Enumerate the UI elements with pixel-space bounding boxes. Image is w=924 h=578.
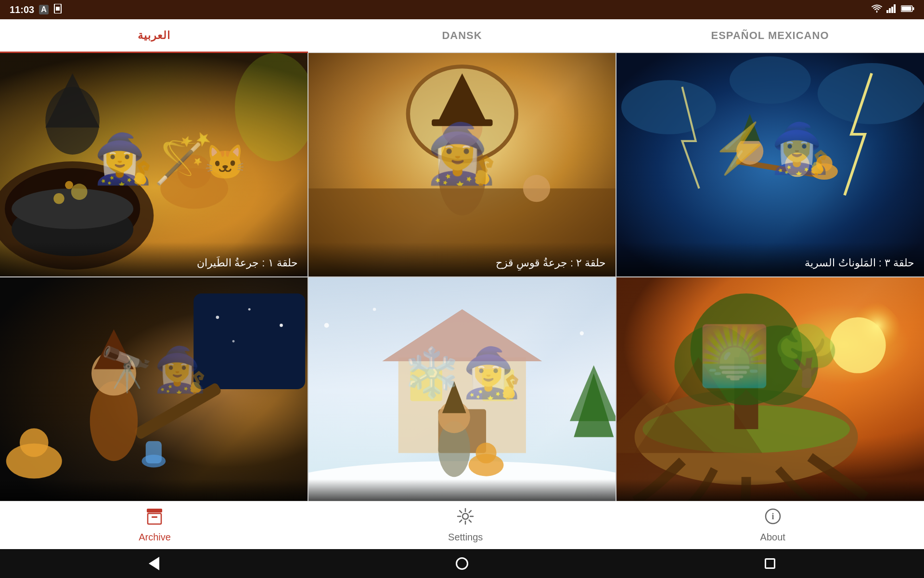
svg-rect-61 xyxy=(482,369,513,401)
svg-point-66 xyxy=(372,308,376,311)
svg-marker-70 xyxy=(442,381,466,413)
svg-point-67 xyxy=(579,331,583,335)
episode-4-caption xyxy=(0,479,308,501)
svg-point-36 xyxy=(736,138,763,165)
svg-point-65 xyxy=(324,323,329,328)
status-bar: 11:03 A xyxy=(0,0,924,19)
time: 11:03 xyxy=(10,4,34,15)
back-button[interactable] xyxy=(144,554,164,573)
svg-rect-86 xyxy=(152,516,157,518)
svg-rect-4 xyxy=(891,7,893,13)
svg-point-43 xyxy=(216,316,219,319)
episode-3-caption: حلقة ٣ : المَلوناتُ السرية xyxy=(616,242,924,276)
svg-point-75 xyxy=(830,317,886,373)
nav-settings-label: Settings xyxy=(448,532,483,543)
signal-icon xyxy=(886,4,897,15)
nav-archive-label: Archive xyxy=(139,532,171,543)
svg-rect-1 xyxy=(56,7,60,11)
svg-point-15 xyxy=(71,184,88,200)
episode-3[interactable]: حلقة ٣ : المَلوناتُ السرية xyxy=(616,53,924,276)
svg-point-79 xyxy=(691,293,802,405)
status-right xyxy=(871,4,914,15)
svg-rect-84 xyxy=(147,509,162,512)
svg-point-26 xyxy=(438,134,486,216)
archive-icon xyxy=(146,508,163,529)
battery-icon xyxy=(901,5,914,14)
tab-bar: العربية DANSK ESPAÑOL MEXICANO xyxy=(0,19,924,53)
tab-arabic[interactable]: العربية xyxy=(0,19,308,52)
tab-espanol[interactable]: ESPAÑOL MEXICANO xyxy=(616,19,924,52)
a-icon: A xyxy=(39,5,49,14)
nav-settings[interactable]: Settings xyxy=(429,503,502,548)
svg-point-44 xyxy=(248,308,251,311)
about-icon: i xyxy=(764,508,782,529)
status-left: 11:03 A xyxy=(10,4,62,16)
episode-6-caption xyxy=(616,479,924,501)
svg-rect-5 xyxy=(894,4,896,13)
settings-icon xyxy=(457,508,474,529)
svg-point-45 xyxy=(280,324,283,327)
svg-point-87 xyxy=(462,513,468,519)
episode-6[interactable] xyxy=(616,277,924,501)
episode-1[interactable]: حلقة ١ : جرعةُ الطَيران xyxy=(0,53,308,276)
sim-icon xyxy=(53,4,62,16)
svg-point-30 xyxy=(523,175,550,202)
nav-archive[interactable]: Archive xyxy=(119,503,190,548)
svg-rect-3 xyxy=(889,8,891,13)
recent-button[interactable] xyxy=(760,554,780,573)
episode-2[interactable]: حلقة ٢ : جرعةُ قوسِ قزح xyxy=(308,53,616,276)
svg-rect-54 xyxy=(146,441,162,463)
app-container: العربية DANSK ESPAÑOL MEXICANO xyxy=(0,19,924,549)
svg-rect-42 xyxy=(193,293,305,389)
svg-rect-85 xyxy=(148,513,161,524)
svg-point-20 xyxy=(178,155,211,188)
episode-5-caption xyxy=(308,479,616,501)
svg-point-40 xyxy=(816,155,833,171)
bottom-nav: Archive Settings i About xyxy=(0,501,924,549)
svg-rect-29 xyxy=(432,119,493,126)
android-nav-bar xyxy=(0,549,924,578)
svg-point-81 xyxy=(738,325,818,405)
episode-grid: حلقة ١ : جرعةُ الطَيران xyxy=(0,53,924,501)
svg-point-34 xyxy=(730,56,811,104)
nav-about[interactable]: i About xyxy=(741,503,805,548)
nav-about-label: About xyxy=(760,532,785,543)
wifi-icon xyxy=(871,4,883,15)
tab-dansk[interactable]: DANSK xyxy=(308,19,616,52)
svg-line-35 xyxy=(736,161,818,175)
svg-point-38 xyxy=(785,153,810,177)
svg-rect-8 xyxy=(913,7,914,10)
svg-point-52 xyxy=(20,428,49,457)
home-button[interactable] xyxy=(452,554,472,573)
svg-text:i: i xyxy=(771,512,774,521)
svg-rect-60 xyxy=(410,369,442,401)
episode-4[interactable] xyxy=(0,277,308,501)
svg-point-16 xyxy=(65,181,73,189)
episode-2-caption: حلقة ٢ : جرعةُ قوسِ قزح xyxy=(308,242,616,276)
episode-1-caption: حلقة ١ : جرعةُ الطَيران xyxy=(0,242,308,276)
svg-point-14 xyxy=(53,193,64,204)
svg-point-48 xyxy=(90,381,138,461)
svg-rect-7 xyxy=(902,7,911,11)
svg-point-46 xyxy=(232,340,235,342)
svg-rect-2 xyxy=(886,10,888,13)
svg-point-32 xyxy=(621,80,716,134)
svg-point-39 xyxy=(811,163,838,180)
episode-5[interactable] xyxy=(308,277,616,501)
svg-point-72 xyxy=(475,443,496,463)
svg-point-49 xyxy=(91,351,136,395)
svg-point-33 xyxy=(818,63,924,124)
